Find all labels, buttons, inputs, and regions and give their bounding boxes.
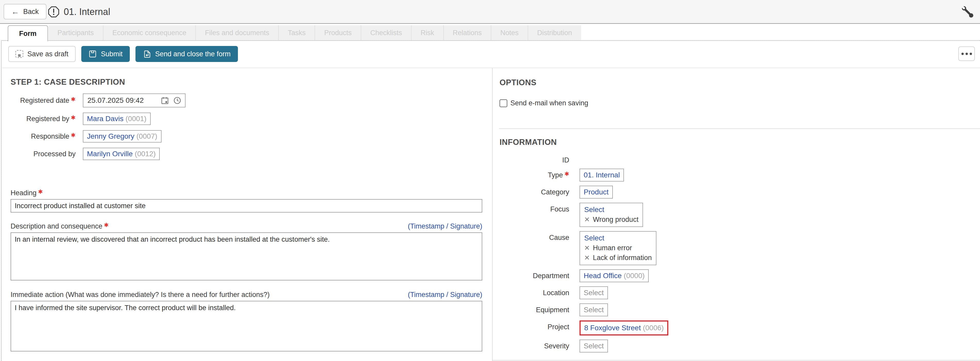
category-label: Category bbox=[500, 186, 569, 196]
send-email-checkbox[interactable] bbox=[500, 99, 507, 107]
registered-date-row: Registered date✱ 25.07.2025 09:42 bbox=[11, 93, 492, 107]
project-value-link[interactable]: 8 Foxglove Street bbox=[584, 324, 641, 332]
department-value-link[interactable]: Head Office bbox=[584, 272, 622, 280]
type-row: Type✱ 01. Internal bbox=[500, 169, 980, 182]
dot-icon bbox=[970, 53, 972, 55]
tab-economic-consequence[interactable]: Economic consequence bbox=[103, 25, 196, 40]
registered-by-name-link[interactable]: Mara Davis bbox=[87, 115, 124, 123]
tab-risk[interactable]: Risk bbox=[411, 25, 443, 40]
send-email-label: Send e-mail when saving bbox=[511, 99, 588, 107]
department-field[interactable]: Head Office (0000) bbox=[579, 269, 649, 282]
location-row: Location Select bbox=[500, 286, 980, 299]
project-field-highlighted[interactable]: 8 Foxglove Street (0006) bbox=[579, 321, 668, 335]
category-value-link[interactable]: Product bbox=[584, 188, 609, 196]
location-select-placeholder: Select bbox=[584, 289, 604, 297]
tab-participants[interactable]: Participants bbox=[49, 25, 103, 40]
wrench-icon[interactable] bbox=[962, 6, 973, 18]
department-code: (0000) bbox=[624, 272, 644, 280]
form-panel: Save as draft Submit Send and close the … bbox=[1, 40, 980, 361]
page-title: 01. Internal bbox=[48, 0, 110, 24]
registered-date-input[interactable]: 25.07.2025 09:42 bbox=[83, 93, 186, 107]
save-as-draft-button[interactable]: Save as draft bbox=[8, 46, 76, 62]
options-section-title: OPTIONS bbox=[500, 78, 980, 87]
heading-input[interactable] bbox=[11, 199, 482, 212]
focus-select-link[interactable]: Select bbox=[584, 205, 638, 215]
tab-files-and-documents[interactable]: Files and documents bbox=[195, 25, 278, 40]
clock-icon[interactable] bbox=[173, 96, 181, 105]
description-textarea[interactable]: In an internal review, we discovered tha… bbox=[11, 232, 482, 280]
calendar-icon[interactable] bbox=[161, 96, 169, 105]
tab-notes[interactable]: Notes bbox=[491, 25, 528, 40]
severity-label: Severity bbox=[500, 340, 569, 350]
cause-select-link[interactable]: Select bbox=[584, 233, 652, 243]
location-field[interactable]: Select bbox=[579, 286, 608, 299]
registered-by-code: (0001) bbox=[126, 115, 146, 123]
send-and-close-button[interactable]: Send and close the form bbox=[135, 46, 238, 62]
location-label: Location bbox=[500, 286, 569, 297]
tab-products[interactable]: Products bbox=[315, 25, 361, 40]
cause-selected-item: ✕ Human error bbox=[584, 243, 652, 253]
cause-selected-item: ✕ Lack of information bbox=[584, 253, 652, 263]
type-value-link[interactable]: 01. Internal bbox=[584, 171, 620, 179]
submit-button[interactable]: Submit bbox=[81, 46, 130, 62]
type-field[interactable]: 01. Internal bbox=[579, 169, 624, 182]
responsible-label: Responsible✱ bbox=[11, 133, 76, 141]
type-label: Type✱ bbox=[500, 169, 569, 179]
more-actions-button[interactable] bbox=[958, 46, 975, 61]
case-meta-fields: Registered date✱ 25.07.2025 09:42 bbox=[11, 93, 492, 160]
save-draft-icon bbox=[16, 50, 23, 58]
cause-row: Cause Select ✕ Human error ✕ Lack of inf… bbox=[500, 231, 980, 265]
floppy-save-icon bbox=[89, 50, 97, 58]
department-row: Department Head Office (0000) bbox=[500, 269, 980, 282]
registered-date-label: Registered date✱ bbox=[11, 97, 76, 105]
responsible-field[interactable]: Jenny Gregory (0007) bbox=[83, 130, 162, 142]
case-description-column: STEP 1: CASE DESCRIPTION Registered date… bbox=[2, 68, 492, 361]
responsible-row: Responsible✱ Jenny Gregory (0007) bbox=[11, 130, 492, 142]
project-label: Project bbox=[500, 321, 569, 331]
severity-field[interactable]: Select bbox=[579, 340, 608, 353]
id-row: ID bbox=[500, 156, 980, 166]
focus-field[interactable]: Select ✕ Wrong product bbox=[579, 203, 643, 227]
equipment-field[interactable]: Select bbox=[579, 303, 608, 316]
immediate-action-timestamp-link[interactable]: (Timestamp / Signature) bbox=[408, 291, 482, 299]
tab-relations[interactable]: Relations bbox=[443, 25, 491, 40]
alert-octagon-icon bbox=[48, 6, 60, 18]
submit-label: Submit bbox=[101, 50, 123, 58]
cause-field[interactable]: Select ✕ Human error ✕ Lack of informati… bbox=[579, 231, 656, 265]
page-title-text: 01. Internal bbox=[64, 6, 110, 17]
bottom-section-divider bbox=[493, 360, 980, 361]
send-document-icon bbox=[143, 50, 151, 58]
processed-by-field[interactable]: Marilyn Orville (0012) bbox=[83, 148, 160, 160]
immediate-action-textarea[interactable]: I have informed the site supervisor. The… bbox=[11, 301, 482, 351]
back-button[interactable]: ← Back bbox=[3, 4, 46, 19]
category-field[interactable]: Product bbox=[579, 186, 613, 198]
focus-selected-item: ✕ Wrong product bbox=[584, 215, 638, 224]
severity-select-placeholder: Select bbox=[584, 342, 604, 350]
remove-item-icon[interactable]: ✕ bbox=[584, 243, 590, 253]
send-email-option-row: Send e-mail when saving bbox=[500, 99, 980, 107]
back-arrow-icon: ← bbox=[11, 8, 19, 16]
step1-section-title: STEP 1: CASE DESCRIPTION bbox=[11, 77, 492, 87]
required-asterisk: ✱ bbox=[71, 96, 76, 102]
description-label: Description and consequence✱ bbox=[11, 222, 109, 230]
tab-tasks[interactable]: Tasks bbox=[278, 25, 315, 40]
immediate-action-label: Immediate action (What was done immediat… bbox=[11, 291, 270, 299]
responsible-name-link[interactable]: Jenny Gregory bbox=[87, 132, 134, 141]
tab-checklists[interactable]: Checklists bbox=[361, 25, 411, 40]
information-section-title: INFORMATION bbox=[500, 137, 980, 147]
heading-field-block: Heading✱ bbox=[11, 189, 492, 212]
equipment-label: Equipment bbox=[500, 303, 569, 314]
tab-distribution[interactable]: Distribution bbox=[528, 25, 581, 40]
project-row: Project 8 Foxglove Street (0006) bbox=[500, 321, 980, 335]
remove-item-icon[interactable]: ✕ bbox=[584, 253, 590, 263]
options-information-divider bbox=[499, 128, 980, 129]
processed-by-name-link[interactable]: Marilyn Orville bbox=[87, 150, 133, 158]
registered-by-field[interactable]: Mara Davis (0001) bbox=[83, 113, 151, 125]
heading-label: Heading✱ bbox=[11, 189, 43, 197]
description-timestamp-link[interactable]: (Timestamp / Signature) bbox=[408, 222, 482, 230]
equipment-select-placeholder: Select bbox=[584, 306, 604, 314]
tab-form[interactable]: Form bbox=[8, 25, 48, 41]
focus-row: Focus Select ✕ Wrong product bbox=[500, 203, 980, 227]
immediate-action-field-block: Immediate action (What was done immediat… bbox=[11, 291, 492, 351]
remove-item-icon[interactable]: ✕ bbox=[584, 215, 590, 224]
